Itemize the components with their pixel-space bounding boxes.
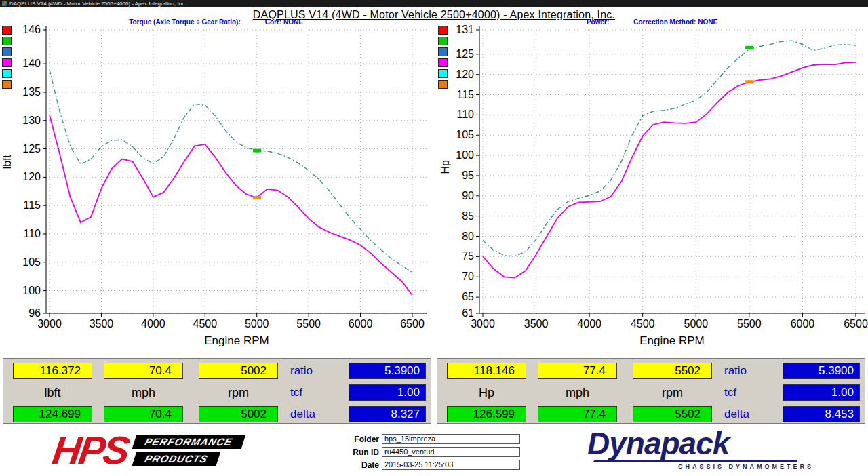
power-unit-label: Hp: [447, 384, 526, 401]
legend-swatch[interactable]: [2, 58, 12, 67]
torque-compare-rpm-value: 5002: [199, 406, 278, 422]
cursor-marker[interactable]: [745, 46, 753, 49]
legend-swatch[interactable]: [438, 69, 448, 78]
legend-swatch[interactable]: [438, 26, 448, 35]
cursor-marker[interactable]: [253, 149, 261, 153]
torque-cursor-rpm-value: 5002: [199, 363, 278, 379]
power-ratio-label: ratio: [724, 363, 769, 379]
torque-cursor-row: 116.372 70.4 5002 ratio 5.3900: [3, 363, 431, 379]
power-tcf-value: 1.00: [783, 384, 860, 401]
power-chart-header: Power: Correction Method: NONE: [436, 18, 868, 26]
y-tick-label: 100: [456, 149, 474, 161]
torque-cursor-speed-value: 70.4: [104, 363, 183, 379]
footer-bar: HPS PERFORMANCE PRODUCTS Folder hps_15im…: [0, 427, 868, 476]
x-tick-label: 3000: [37, 318, 62, 330]
x-tick-label: 4000: [141, 318, 165, 330]
torque-plot-area[interactable]: 9610010511011512012513013514014630003500…: [0, 23, 432, 357]
y-tick-label: 115: [456, 89, 474, 100]
torque-ratio-value: 5.3900: [349, 363, 426, 379]
legend-swatch[interactable]: [2, 26, 12, 35]
y-tick-label: 105: [22, 256, 41, 268]
x-tick-label: 4000: [577, 318, 601, 330]
power-delta-label: delta: [724, 406, 769, 422]
daqplus-app-window: DAQPLUS V14 (4WD - Motor Vehicle 2500+40…: [0, 0, 868, 476]
torque-readout-panel: 116.372 70.4 5002 ratio 5.3900 lbft mph …: [3, 358, 431, 424]
x-tick-label: 5000: [245, 318, 269, 330]
legend-swatch[interactable]: [2, 37, 12, 45]
torque-correction-label: Corr: NONE: [265, 18, 303, 26]
power-compare-value: 126.599: [447, 406, 526, 422]
x-tick-label: 5000: [684, 318, 708, 330]
torque-chart-title: Torque (Axle Torque ÷ Gear Ratio):: [129, 18, 241, 26]
legend-swatch[interactable]: [438, 58, 448, 67]
folder-field[interactable]: hps_15impreza: [382, 434, 520, 444]
power-correction-label: Correction Method: NONE: [633, 18, 717, 26]
window-titlebar[interactable]: DAQPLUS V14 (4WD - Motor Vehicle 2500+40…: [0, 0, 868, 7]
x-tick-label: 3500: [90, 318, 114, 330]
x-tick-label: 4500: [193, 318, 217, 330]
y-tick-label: 90: [462, 190, 474, 201]
power-cursor-speed-value: 77.4: [538, 363, 617, 379]
run-id-field[interactable]: ru4450_venturi: [382, 447, 520, 457]
torque-speed-unit-label: mph: [104, 384, 183, 401]
power-readout-panel: 118.146 77.4 5502 ratio 5.3900 Hp mph rp…: [437, 358, 865, 424]
y-tick-label: 120: [456, 68, 474, 80]
hps-products-text: PRODUCTS: [132, 452, 221, 466]
hps-performance-text: PERFORMANCE: [132, 435, 245, 449]
torque-rpm-unit-label: rpm: [199, 384, 278, 401]
window-title-text: DAQPLUS V14 (4WD - Motor Vehicle 2500+40…: [9, 1, 186, 7]
torque-run-legend: [2, 26, 12, 89]
torque-chart-header: Torque (Axle Torque ÷ Gear Ratio): Corr:…: [0, 18, 432, 26]
y-tick-label: 115: [23, 199, 41, 211]
date-row: Date 2015-03-25 11:25:03: [342, 460, 520, 470]
cursor-marker[interactable]: [253, 196, 261, 199]
y-tick-label: 120: [22, 171, 41, 182]
hps-logo-text: HPS: [50, 430, 131, 471]
power-delta-value: 8.453: [783, 406, 860, 422]
y-tick-label: 140: [22, 58, 41, 69]
trace-compare-run-dashed: [50, 70, 412, 273]
trace-compare-run-dashed: [483, 41, 856, 256]
cursor-marker[interactable]: [745, 80, 753, 83]
power-plot-area[interactable]: 6165707580859095100105110115120125131300…: [436, 23, 868, 357]
legend-swatch[interactable]: [438, 47, 448, 56]
y-tick-label: 70: [462, 271, 474, 282]
x-tick-label: 6500: [844, 318, 868, 330]
x-tick-label: 3000: [471, 318, 495, 330]
power-units-row: Hp mph rpm tcf 1.00: [437, 384, 865, 401]
y-tick-label: 85: [462, 210, 474, 222]
x-tick-label: 6500: [400, 318, 425, 330]
y-tick-label: 110: [456, 108, 474, 120]
folder-row: Folder hps_15impreza: [342, 434, 520, 444]
torque-compare-speed-value: 70.4: [104, 406, 183, 422]
y-tick-label: 135: [22, 86, 41, 98]
x-tick-label: 6000: [791, 318, 815, 330]
legend-swatch[interactable]: [2, 69, 12, 78]
legend-swatch[interactable]: [2, 80, 12, 89]
legend-swatch[interactable]: [2, 47, 12, 56]
power-cursor-row: 118.146 77.4 5502 ratio 5.3900: [437, 363, 865, 379]
y-tick-label: 95: [462, 170, 474, 181]
torque-delta-label: delta: [290, 406, 335, 422]
torque-tcf-label: tcf: [290, 384, 335, 401]
power-rpm-unit-label: rpm: [633, 384, 712, 401]
run-id-row: Run ID ru4450_venturi: [342, 447, 520, 457]
torque-compare-row: 124.699 70.4 5002 delta 8.327: [3, 406, 431, 422]
power-chart-title: Power:: [587, 18, 609, 26]
power-run-legend: [438, 26, 448, 89]
dynapack-logo-text: Dynapack: [587, 427, 818, 460]
legend-swatch[interactable]: [438, 80, 448, 89]
x-tick-label: 3500: [524, 318, 549, 330]
date-field[interactable]: 2015-03-25 11:25:03: [382, 460, 520, 470]
power-cursor-value: 118.146: [447, 363, 526, 379]
torque-tcf-value: 1.00: [349, 384, 426, 401]
y-tick-label: 105: [456, 129, 474, 140]
x-tick-label: 5500: [737, 318, 762, 330]
legend-swatch[interactable]: [438, 37, 448, 45]
trace-cursor-run-solid: [50, 115, 412, 295]
torque-cursor-value: 116.372: [13, 363, 92, 379]
power-speed-unit-label: mph: [538, 384, 617, 401]
dynapack-logo: Dynapack CHASSIS DYNAMOMETERS: [587, 427, 818, 470]
power-ratio-value: 5.3900: [783, 363, 860, 379]
x-tick-label: 6000: [349, 318, 373, 330]
